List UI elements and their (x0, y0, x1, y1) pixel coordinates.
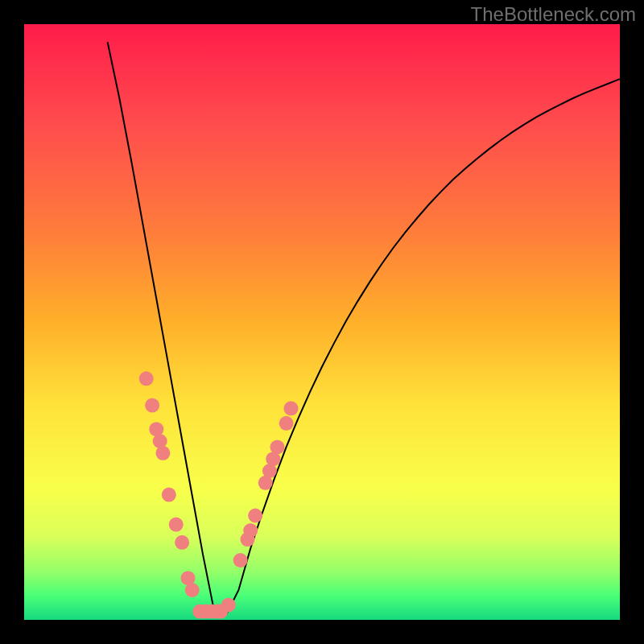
marker-point (162, 488, 176, 502)
curve-svg (24, 24, 620, 620)
chart-frame: TheBottleneck.com (0, 0, 644, 644)
watermark-text: TheBottleneck.com (471, 3, 636, 26)
marker-point (155, 446, 170, 460)
bottleneck-curve (108, 42, 620, 613)
main-curve (108, 42, 620, 613)
marker-point (169, 518, 184, 532)
marker-point (233, 553, 248, 568)
marker-point (248, 509, 262, 523)
curve-markers (139, 371, 299, 618)
marker-point (270, 440, 285, 454)
marker-point (243, 523, 258, 538)
marker-point (145, 398, 159, 413)
marker-point (279, 416, 294, 431)
plot-area (24, 24, 620, 620)
marker-point (185, 583, 200, 597)
marker-point (175, 535, 189, 550)
marker-point (221, 598, 236, 613)
marker-point (284, 401, 299, 415)
marker-point (139, 371, 154, 386)
